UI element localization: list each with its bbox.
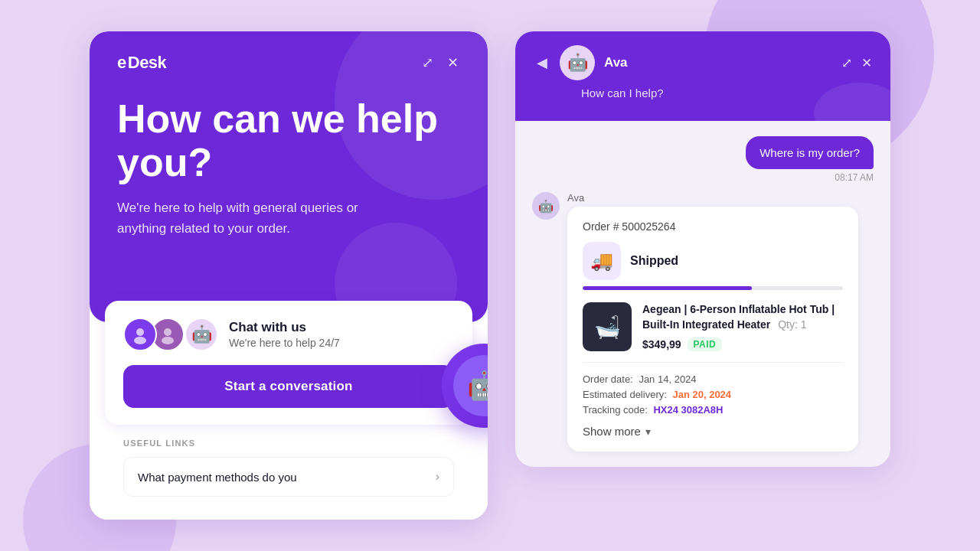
logo-name: Desk bbox=[128, 53, 167, 73]
chevron-right-icon: › bbox=[436, 470, 439, 484]
chat-card-title: Chat with us bbox=[229, 320, 340, 335]
avatar-group: 🤖 bbox=[123, 318, 218, 351]
hero-section: eDesk ⤢ ✕ How can we help you? We're her… bbox=[90, 31, 488, 322]
agent-message-content: Ava Order # 500025264 🚚 Shipped 🛁 bbox=[567, 192, 858, 452]
main-container: eDesk ⤢ ✕ How can we help you? We're her… bbox=[90, 31, 890, 520]
paid-badge: PAID bbox=[688, 337, 722, 351]
logo-e: e bbox=[117, 53, 126, 73]
tracking-row: Tracking code: HX24 3082A8H bbox=[583, 404, 843, 416]
chat-close-button[interactable]: ✕ bbox=[861, 55, 872, 71]
order-product-row: 🛁 Aegean | 6-Person Inflatable Hot Tub |… bbox=[583, 302, 843, 363]
product-price-row: $349,99 PAID bbox=[642, 337, 843, 351]
show-more-text: Show more bbox=[583, 425, 641, 438]
expand-button[interactable]: ⤢ bbox=[420, 54, 435, 71]
progress-fill bbox=[583, 286, 752, 290]
agent-name: Ava bbox=[604, 55, 628, 70]
chat-card: 🤖 Chat with us We're here to help 24/7 S… bbox=[105, 301, 472, 425]
logo: eDesk bbox=[117, 53, 166, 73]
start-conversation-button[interactable]: Start a conversation bbox=[123, 365, 454, 408]
product-price: $349,99 bbox=[642, 338, 681, 350]
link-item-text: What payment methods do you bbox=[138, 471, 297, 484]
order-details: Order date: Jan 14, 2024 Estimated deliv… bbox=[583, 373, 843, 416]
message-time: 08:17 AM bbox=[835, 172, 874, 183]
product-qty: Qty: 1 bbox=[778, 318, 806, 331]
chat-header-top: ◀ 🤖 Ava ⤢ ✕ bbox=[534, 45, 872, 80]
logo-bar: eDesk ⤢ ✕ bbox=[117, 53, 460, 73]
chat-expand-button[interactable]: ⤢ bbox=[841, 55, 852, 71]
avatar-3: 🤖 bbox=[185, 318, 218, 351]
chat-header-icons: ⤢ ✕ bbox=[841, 55, 872, 71]
header-icons: ⤢ ✕ bbox=[420, 54, 460, 71]
right-panel: ◀ 🤖 Ava ⤢ ✕ How can I help? Where is my … bbox=[515, 31, 890, 467]
product-name: Aegean | 6-Person Inflatable Hot Tub | B… bbox=[642, 302, 843, 332]
order-status-row: 🚚 Shipped bbox=[583, 242, 843, 280]
chat-header: ◀ 🤖 Ava ⤢ ✕ How can I help? bbox=[515, 31, 890, 121]
svg-point-2 bbox=[164, 328, 172, 336]
chat-body: Where is my order? 08:17 AM 🤖 Ava Order … bbox=[515, 121, 890, 467]
bot-inner: 🤖 bbox=[453, 355, 488, 416]
hero-title: How can we help you? bbox=[117, 97, 460, 184]
agent-message: 🤖 Ava Order # 500025264 🚚 Shipped bbox=[532, 192, 874, 452]
avatar-1 bbox=[123, 318, 157, 351]
chat-card-subtitle: We're here to help 24/7 bbox=[229, 337, 340, 349]
delivery-row: Estimated delivery: Jan 20, 2024 bbox=[583, 389, 843, 400]
useful-links-label: USEFUL LINKS bbox=[123, 439, 454, 448]
truck-icon: 🚚 bbox=[583, 242, 621, 280]
agent-msg-name: Ava bbox=[567, 192, 858, 204]
bot-face-icon: 🤖 bbox=[467, 370, 488, 402]
hero-subtitle: We're here to help with general queries … bbox=[117, 198, 408, 239]
shipped-label: Shipped bbox=[630, 254, 678, 268]
svg-point-1 bbox=[134, 337, 146, 344]
useful-links-section: USEFUL LINKS What payment methods do you… bbox=[105, 425, 472, 504]
tracking-code: HX24 3082A8H bbox=[653, 404, 723, 416]
order-card: Order # 500025264 🚚 Shipped 🛁 bbox=[567, 207, 858, 452]
progress-bar bbox=[583, 286, 843, 290]
user-bubble: Where is my order? bbox=[746, 136, 874, 169]
svg-point-0 bbox=[136, 328, 144, 336]
left-panel: eDesk ⤢ ✕ How can we help you? We're her… bbox=[90, 31, 488, 520]
svg-point-3 bbox=[162, 337, 174, 344]
delivery-date: Jan 20, 2024 bbox=[672, 389, 731, 400]
agent-msg-avatar: 🤖 bbox=[532, 192, 560, 220]
close-button[interactable]: ✕ bbox=[446, 54, 460, 71]
order-number: Order # 500025264 bbox=[583, 220, 843, 233]
useful-link-item[interactable]: What payment methods do you › bbox=[123, 457, 454, 497]
chat-info: Chat with us We're here to help 24/7 bbox=[229, 320, 340, 349]
user-message: Where is my order? 08:17 AM bbox=[532, 136, 874, 183]
show-more-chevron-icon: ▾ bbox=[645, 425, 651, 438]
show-more-row[interactable]: Show more ▾ bbox=[583, 425, 843, 438]
left-bottom: 🤖 Chat with us We're here to help 24/7 S… bbox=[90, 301, 488, 520]
order-date-row: Order date: Jan 14, 2024 bbox=[583, 373, 843, 385]
chat-header-left: ◀ 🤖 Ava bbox=[534, 45, 628, 80]
product-image: 🛁 bbox=[583, 302, 632, 351]
agent-avatar: 🤖 bbox=[560, 45, 595, 80]
chat-card-top: 🤖 Chat with us We're here to help 24/7 bbox=[123, 318, 454, 351]
chat-header-subtitle: How can I help? bbox=[581, 86, 872, 99]
back-button[interactable]: ◀ bbox=[534, 54, 550, 71]
product-info: Aegean | 6-Person Inflatable Hot Tub | B… bbox=[642, 302, 843, 350]
